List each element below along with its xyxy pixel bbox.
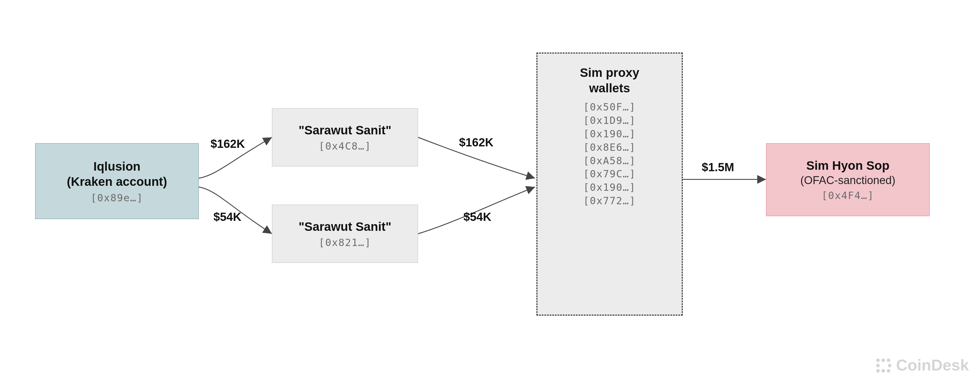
node-sanit-1-title: "Sarawut Sanit"	[299, 123, 391, 138]
node-iqlusion: Iqlusion (Kraken account) [0x89e…]	[35, 143, 199, 219]
node-iqlusion-title: Iqlusion (Kraken account)	[67, 159, 167, 190]
edge-label-s2-proxy: $54K	[463, 210, 492, 224]
node-iqlusion-address: [0x89e…]	[91, 192, 143, 204]
edge-label-iq-s2: $54K	[213, 210, 242, 224]
node-proxy-wallets: Sim proxy wallets [0x50F…] [0x1D9…] [0x1…	[536, 52, 682, 316]
node-sim-subtitle: (OFAC-sanctioned)	[800, 173, 895, 187]
watermark: CoinDesk	[876, 356, 969, 374]
node-sanit-2-address: [0x821…]	[319, 237, 371, 248]
edge-label-iq-s1: $162K	[210, 137, 245, 151]
watermark-text: CoinDesk	[896, 356, 969, 374]
node-sanit-1-address: [0x4C8…]	[319, 140, 371, 152]
node-proxy-title: Sim proxy wallets	[580, 65, 639, 96]
node-proxy-address-list: [0x50F…] [0x1D9…] [0x190…] [0x8E6…] [0xA…	[583, 100, 636, 208]
node-sim-hyon-sop: Sim Hyon Sop (OFAC-sanctioned) [0x4F4…]	[766, 143, 930, 216]
node-sanit-2: "Sarawut Sanit" [0x821…]	[272, 205, 418, 263]
node-sim-address: [0x4F4…]	[821, 190, 874, 201]
node-sim-title: Sim Hyon Sop	[807, 158, 890, 173]
flow-diagram: Iqlusion (Kraken account) [0x89e…] "Sara…	[0, 0, 980, 381]
node-sanit-2-title: "Sarawut Sanit"	[299, 219, 391, 235]
edge-label-s1-proxy: $162K	[459, 136, 493, 149]
coindesk-logo-icon	[876, 357, 891, 373]
node-sanit-1: "Sarawut Sanit" [0x4C8…]	[272, 108, 418, 167]
edge-label-proxy-sim: $1.5M	[702, 161, 734, 174]
